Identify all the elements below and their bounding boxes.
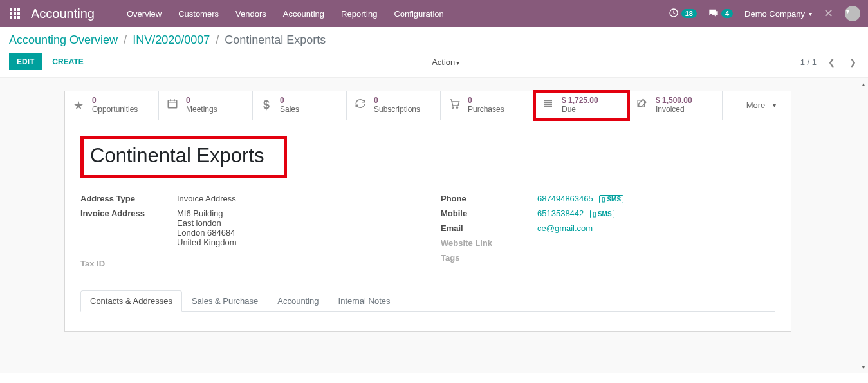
scroll-up-icon[interactable]: ▲ <box>860 80 867 88</box>
mobile-icon: ▯ <box>593 210 596 218</box>
nav-accounting[interactable]: Accounting <box>277 3 331 25</box>
value-invoice-address: MI6 Building East london London 684684 U… <box>177 209 415 247</box>
breadcrumb-root[interactable]: Accounting Overview <box>9 33 118 46</box>
pager-text: 1 / 1 <box>800 57 817 67</box>
label-address-type: Address Type <box>80 194 177 203</box>
svg-point-12 <box>456 107 457 108</box>
company-switcher[interactable]: Demo Company <box>744 9 812 19</box>
sms-mobile-button[interactable]: ▯SMS <box>590 210 614 218</box>
svg-rect-6 <box>10 16 12 19</box>
label-website: Website Link <box>441 238 537 248</box>
value-address-type: Invoice Address <box>177 194 415 203</box>
scroll-down-icon[interactable]: ▼ <box>860 363 867 371</box>
activities-button[interactable]: 18 <box>669 8 697 20</box>
svg-rect-4 <box>14 12 16 15</box>
control-panel: Accounting Overview / INV/2020/0007 / Co… <box>0 27 868 77</box>
stat-subscriptions[interactable]: 0Subscriptions <box>347 91 441 120</box>
detail-tabs: Contacts & Addresses Sales & Purchase Ac… <box>80 290 775 312</box>
value-website <box>537 238 775 248</box>
calendar-icon <box>165 98 180 113</box>
tab-internal-notes[interactable]: Internal Notes <box>329 290 400 312</box>
user-avatar[interactable] <box>845 6 860 21</box>
action-dropdown[interactable]: Action <box>432 57 459 67</box>
breadcrumb: Accounting Overview / INV/2020/0007 / Co… <box>9 33 859 47</box>
nav-customers[interactable]: Customers <box>172 3 225 25</box>
nav-reporting[interactable]: Reporting <box>335 3 383 25</box>
nav-menu: Overview Customers Vendors Accounting Re… <box>120 3 450 25</box>
stat-button-row: ★ 0Opportunities 0Meetings $ 0Sales 0Sub… <box>65 91 791 120</box>
chat-icon <box>708 8 719 20</box>
activities-badge: 18 <box>681 9 697 18</box>
svg-rect-0 <box>10 8 12 11</box>
svg-rect-3 <box>10 12 12 15</box>
svg-rect-7 <box>14 16 16 19</box>
tab-sales-purchase[interactable]: Sales & Purchase <box>182 290 268 312</box>
pager-prev[interactable]: ❮ <box>826 56 838 68</box>
value-phone[interactable]: 687494863465 <box>537 194 593 203</box>
svg-rect-10 <box>168 100 177 108</box>
svg-rect-2 <box>17 8 20 11</box>
vertical-scrollbar[interactable]: ▲ ▼ <box>860 80 867 371</box>
svg-rect-8 <box>17 16 20 19</box>
create-button[interactable]: CREATE <box>44 53 91 70</box>
stat-purchases[interactable]: 0Purchases <box>441 91 535 120</box>
stat-meetings[interactable]: 0Meetings <box>159 91 253 120</box>
discuss-badge: 4 <box>721 9 733 18</box>
label-invoice-address: Invoice Address <box>80 209 177 247</box>
value-tags <box>537 253 775 263</box>
pencil-square-icon <box>635 98 649 113</box>
breadcrumb-current: Continental Exports <box>225 33 326 46</box>
stat-more[interactable]: More <box>723 91 800 120</box>
value-email[interactable]: ce@gmail.com <box>537 223 593 233</box>
label-mobile: Mobile <box>441 209 537 218</box>
label-phone: Phone <box>441 194 537 203</box>
pager-next[interactable]: ❯ <box>847 56 859 68</box>
close-icon[interactable]: ✕ <box>824 6 833 21</box>
sms-phone-button[interactable]: ▯SMS <box>599 195 623 203</box>
label-tax-id: Tax ID <box>80 259 415 268</box>
record-title: Continental Exports <box>90 144 264 167</box>
mobile-icon: ▯ <box>602 196 605 203</box>
apps-icon[interactable] <box>8 6 22 21</box>
svg-point-11 <box>452 107 454 108</box>
stat-sales[interactable]: $ 0Sales <box>253 91 347 120</box>
tab-contacts-addresses[interactable]: Contacts & Addresses <box>80 290 182 312</box>
stat-opportunities[interactable]: ★ 0Opportunities <box>65 91 159 120</box>
list-icon <box>541 98 555 113</box>
title-highlight-box: Continental Exports <box>80 136 287 178</box>
stat-invoiced[interactable]: $ 1,500.00Invoiced <box>629 91 723 120</box>
dollar-icon: $ <box>259 98 273 112</box>
edit-button[interactable]: EDIT <box>9 53 42 70</box>
nav-overview[interactable]: Overview <box>120 3 168 25</box>
nav-vendors[interactable]: Vendors <box>229 3 273 25</box>
refresh-icon <box>353 98 367 113</box>
label-tags: Tags <box>441 253 537 263</box>
tab-accounting[interactable]: Accounting <box>268 290 328 312</box>
stat-due[interactable]: $ 1,725.00Due <box>535 91 629 120</box>
cart-icon <box>447 98 461 113</box>
svg-rect-1 <box>14 8 16 11</box>
nav-configuration[interactable]: Configuration <box>387 3 450 25</box>
svg-rect-5 <box>17 12 20 15</box>
discuss-button[interactable]: 4 <box>708 8 733 20</box>
app-brand[interactable]: Accounting <box>31 6 95 21</box>
breadcrumb-invoice[interactable]: INV/2020/0007 <box>133 33 210 46</box>
company-name: Demo Company <box>744 9 805 19</box>
label-email: Email <box>441 223 537 233</box>
clock-icon <box>669 8 679 20</box>
main-area: ★ 0Opportunities 0Meetings $ 0Sales 0Sub… <box>0 77 868 373</box>
form-sheet: ★ 0Opportunities 0Meetings $ 0Sales 0Sub… <box>64 91 791 332</box>
star-icon: ★ <box>71 98 86 113</box>
value-mobile[interactable]: 6513538442 <box>537 209 584 218</box>
top-navbar: Accounting Overview Customers Vendors Ac… <box>0 0 868 27</box>
